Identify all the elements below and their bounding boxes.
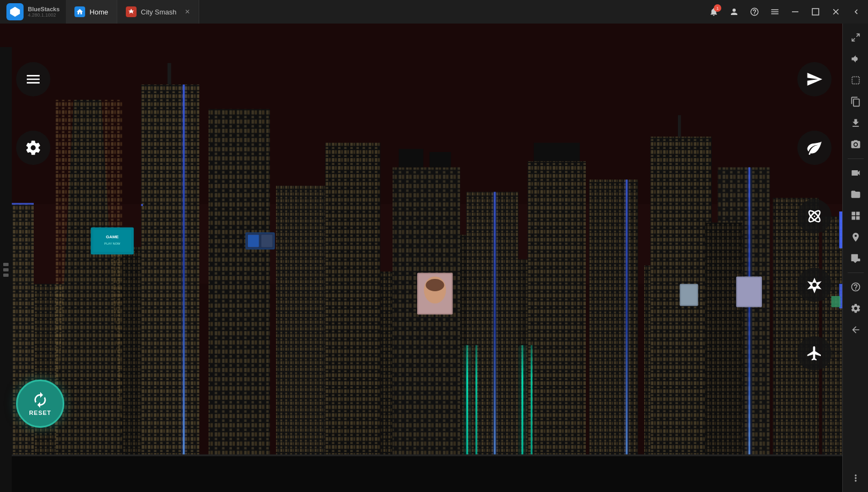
- maximize-button[interactable]: [806, 2, 825, 21]
- svg-rect-2: [812, 9, 819, 15]
- svg-rect-73: [746, 168, 752, 456]
- sidebar-settings-button[interactable]: [846, 299, 865, 318]
- svg-rect-61: [706, 223, 743, 456]
- home-tab-label: Home: [89, 8, 108, 16]
- svg-rect-101: [3, 268, 9, 271]
- svg-rect-77: [141, 204, 143, 206]
- game-viewport[interactable]: GAME PLAY NOW: [0, 24, 842, 492]
- grid-button[interactable]: [846, 206, 865, 225]
- atom-button[interactable]: [797, 199, 832, 233]
- rocket-button[interactable]: [797, 62, 832, 96]
- copy-button[interactable]: [846, 92, 865, 111]
- close-button[interactable]: [826, 2, 846, 21]
- svg-rect-5: [0, 456, 842, 492]
- location-button[interactable]: [846, 228, 865, 247]
- home-tab-icon: [74, 6, 85, 17]
- svg-rect-75: [518, 345, 526, 456]
- sidebar-back-button[interactable]: [846, 320, 865, 339]
- help-button[interactable]: [745, 2, 764, 21]
- svg-text:PLAY NOW: PLAY NOW: [104, 242, 120, 245]
- camera-button[interactable]: [846, 135, 865, 154]
- video-button[interactable]: [846, 163, 865, 183]
- svg-rect-85: [248, 235, 259, 247]
- title-bar: BlueStacks 4.280.1.1002 Home City Smash …: [0, 0, 868, 24]
- svg-rect-80: [93, 230, 131, 252]
- sidebar-separator-1: [848, 158, 864, 159]
- left-strip: [0, 47, 12, 492]
- svg-rect-86: [261, 235, 273, 247]
- svg-rect-57: [773, 198, 819, 456]
- titlebar-menu-button[interactable]: [765, 2, 784, 21]
- close-tab-icon[interactable]: ✕: [185, 8, 190, 16]
- account-button[interactable]: [724, 2, 744, 21]
- svg-rect-74: [463, 345, 471, 456]
- svg-rect-39: [325, 143, 380, 456]
- menu-button[interactable]: [16, 62, 50, 96]
- svg-rect-42: [399, 149, 424, 167]
- svg-rect-50: [589, 179, 638, 456]
- virus-button[interactable]: [797, 268, 832, 302]
- plane-button[interactable]: [797, 336, 832, 370]
- svg-rect-94: [681, 285, 697, 305]
- sidebar-help-button[interactable]: [846, 277, 865, 297]
- back-nav-button[interactable]: [847, 2, 866, 21]
- svg-rect-30: [55, 100, 123, 455]
- svg-rect-92: [737, 278, 761, 306]
- leaf-button[interactable]: [797, 131, 832, 165]
- sidebar-separator-2: [848, 273, 864, 273]
- notification-badge: 1: [714, 4, 721, 12]
- svg-rect-33: [168, 63, 171, 85]
- bluestacks-version: BlueStacks 4.280.1.1002: [28, 6, 59, 18]
- expand-button[interactable]: [846, 28, 865, 47]
- svg-rect-53: [678, 115, 681, 137]
- svg-rect-71: [492, 192, 497, 456]
- svg-marker-0: [10, 7, 20, 17]
- volume-button[interactable]: [846, 49, 865, 69]
- svg-rect-59: [822, 216, 842, 456]
- svg-rect-32: [141, 85, 200, 456]
- svg-rect-37: [276, 186, 326, 456]
- svg-rect-98: [831, 296, 840, 307]
- svg-point-90: [426, 279, 444, 291]
- svg-rect-72: [624, 179, 629, 456]
- gamepad-button[interactable]: [846, 249, 865, 268]
- svg-rect-69: [531, 345, 532, 456]
- svg-rect-67: [475, 345, 477, 456]
- reset-button[interactable]: RESET: [16, 380, 64, 428]
- selection-button[interactable]: [846, 71, 865, 90]
- right-sidebar: [842, 24, 868, 492]
- city-smash-tab-label: City Smash: [141, 8, 176, 16]
- folder-button[interactable]: [846, 185, 865, 204]
- svg-rect-35: [209, 109, 270, 456]
- svg-text:GAME: GAME: [106, 234, 119, 239]
- svg-rect-100: [3, 263, 9, 266]
- svg-rect-47: [527, 161, 586, 456]
- tab-city-smash[interactable]: City Smash ✕: [117, 0, 199, 24]
- city-container: GAME PLAY NOW: [0, 24, 842, 492]
- tab-home[interactable]: Home: [66, 0, 117, 24]
- svg-rect-48: [534, 143, 580, 161]
- svg-rect-43: [429, 152, 451, 168]
- title-bar-controls: 1: [704, 2, 868, 21]
- more-options-button[interactable]: [846, 468, 865, 488]
- bluestacks-logo: BlueStacks 4.280.1.1002: [0, 0, 66, 24]
- settings-button[interactable]: [16, 131, 50, 165]
- city-smash-tab-icon: [126, 6, 137, 17]
- svg-rect-99: [0, 455, 842, 456]
- svg-rect-1: [792, 11, 798, 12]
- reset-label: RESET: [29, 410, 51, 416]
- save-button[interactable]: [846, 113, 865, 133]
- minimize-button[interactable]: [786, 2, 805, 21]
- notification-button[interactable]: 1: [704, 2, 723, 21]
- svg-rect-70: [181, 85, 186, 456]
- bluestacks-icon: [6, 3, 24, 20]
- svg-rect-102: [3, 274, 9, 277]
